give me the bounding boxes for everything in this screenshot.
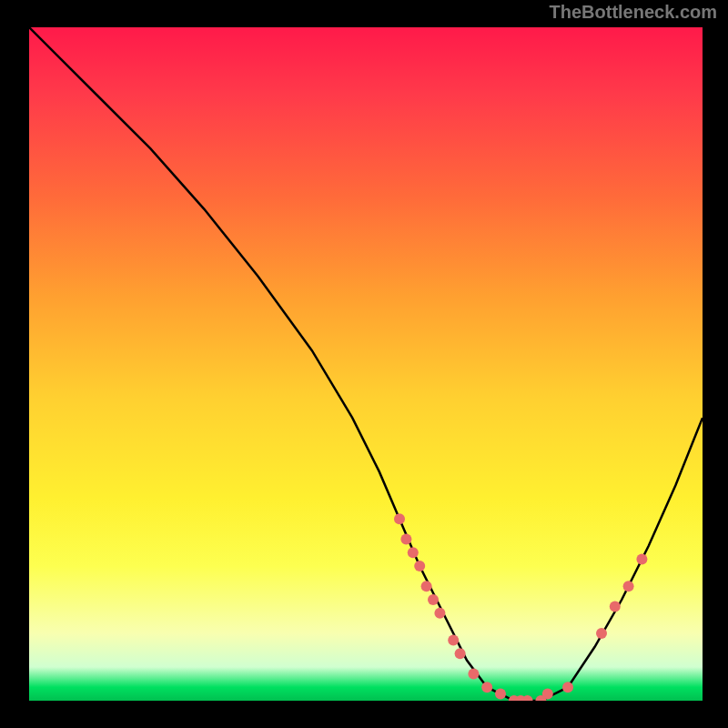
data-point (522, 695, 533, 701)
data-point (623, 581, 634, 592)
chart-svg (29, 27, 703, 701)
data-point (495, 689, 506, 700)
chart-container: TheBottleneck.com (0, 0, 728, 728)
data-point (408, 547, 419, 558)
data-point (468, 668, 479, 679)
data-point (434, 608, 445, 619)
data-point (400, 533, 411, 544)
data-point (448, 634, 459, 645)
bottleneck-curve (29, 27, 703, 701)
data-point (421, 581, 432, 592)
data-point (562, 682, 573, 693)
plot-area (29, 27, 703, 701)
data-point (636, 554, 647, 565)
data-point (596, 628, 607, 639)
data-point (394, 513, 405, 524)
data-point (455, 648, 466, 659)
data-point (481, 682, 492, 693)
data-point (414, 561, 425, 571)
data-point (542, 689, 553, 700)
watermark-text: TheBottleneck.com (550, 2, 717, 23)
data-points (394, 513, 647, 701)
data-point (428, 594, 439, 605)
data-point (610, 601, 621, 612)
